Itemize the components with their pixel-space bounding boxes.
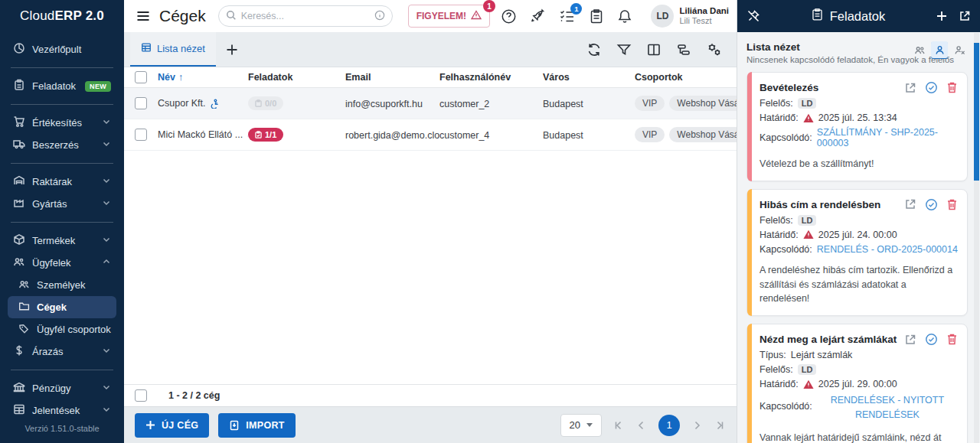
sidebar-item-tasks[interactable]: Feladatok NEW	[8, 75, 116, 97]
rocket-icon[interactable]	[530, 8, 546, 24]
open-task-icon[interactable]	[904, 334, 916, 346]
row-checkbox[interactable]	[135, 97, 147, 109]
overdue-warning-icon	[803, 113, 814, 123]
brand-bold: ERP 2.0	[55, 8, 104, 24]
prev-page-button[interactable]	[635, 419, 648, 432]
sidebar-item-dashboard[interactable]: Vezérlőpult	[8, 38, 116, 60]
settings-icon[interactable]	[706, 42, 723, 57]
column-header-groups[interactable]: Csoportok	[635, 72, 737, 83]
folder-icon	[18, 301, 30, 314]
sidebar-item-label: Beszerzés	[32, 139, 79, 151]
sidebar-item-pricing[interactable]: Árazás	[8, 340, 116, 363]
sidebar-item-reports[interactable]: Jelentések	[8, 399, 116, 416]
group-icon[interactable]	[676, 42, 691, 57]
open-external-icon[interactable]	[959, 10, 971, 22]
tab-list-view[interactable]: Lista nézet	[130, 32, 216, 67]
tasks-panel-header: Feladatok	[737, 0, 980, 32]
table-row[interactable]: Mici Mackó Ellátó ... 1/1 robert.gida@de…	[124, 119, 737, 151]
priority-stripe	[747, 189, 752, 316]
filter-unassigned-icon[interactable]	[951, 41, 968, 58]
first-page-button[interactable]	[612, 419, 625, 432]
related-link[interactable]: RENDELÉSEK - NYITOTT RENDELÉSEK	[817, 393, 958, 422]
view-tabbar: Lista nézet	[124, 32, 737, 67]
column-label: Név	[158, 72, 175, 83]
bell-icon[interactable]	[617, 8, 632, 24]
owner-chip[interactable]: LD	[798, 98, 817, 109]
table-icon	[13, 403, 25, 416]
overdue-warning-icon	[803, 379, 814, 389]
page-size-select[interactable]: 20	[560, 414, 602, 437]
chevron-down-icon	[102, 383, 111, 394]
info-icon[interactable]	[374, 10, 385, 23]
main-header: Cégek FIGYELEM! 1 1 LD Liliá	[124, 0, 737, 32]
app-logo: CloudERP 2.0	[0, 0, 124, 32]
last-page-button[interactable]	[714, 419, 726, 432]
page-size-value: 20	[570, 419, 580, 431]
sidebar-item-warehouses[interactable]: Raktárak	[8, 171, 116, 193]
task-card[interactable]: Bevételezés Felelős:LD Határidő:2025 júl…	[746, 72, 968, 181]
delete-task-icon[interactable]	[946, 333, 958, 346]
warning-button[interactable]: FIGYELEM! 1	[408, 5, 490, 28]
complete-task-icon[interactable]	[925, 333, 938, 346]
row-checkbox[interactable]	[135, 129, 147, 141]
sidebar-item-companies[interactable]: Cégek	[8, 296, 116, 318]
columns-icon[interactable]	[646, 42, 662, 57]
new-company-button[interactable]: ÚJ CÉG	[135, 413, 209, 438]
column-header-tasks[interactable]: Feladatok	[248, 72, 345, 83]
task-actions	[904, 81, 958, 94]
footer-checkbox[interactable]	[135, 389, 147, 402]
column-header-city[interactable]: Város	[543, 72, 635, 83]
delete-task-icon[interactable]	[946, 198, 958, 211]
clipboard-icon[interactable]	[589, 8, 604, 24]
table-row[interactable]: Csupor Kft. 0/0 info@csuporkft.hu custom…	[124, 88, 737, 119]
sidebar-item-customer-groups[interactable]: Ügyfél csoportok	[8, 318, 116, 340]
related-link[interactable]: RENDELÉS - ORD-2025-000014	[817, 244, 958, 255]
hamburger-menu-icon[interactable]	[135, 8, 152, 24]
import-button[interactable]: IMPORT	[218, 413, 295, 438]
user-menu[interactable]: LD Liliána Dani Lili Teszt	[651, 5, 729, 28]
sidebar-item-products[interactable]: Termékek	[8, 230, 116, 252]
panel-scrollbar-thumb[interactable]	[974, 43, 979, 181]
search-box[interactable]	[218, 5, 393, 27]
username-cell: customer_2	[439, 99, 489, 109]
sidebar-item-procurement[interactable]: Beszerzés	[8, 134, 116, 156]
filter-all-people-icon[interactable]	[911, 41, 928, 58]
select-all-checkbox[interactable]	[135, 71, 147, 83]
related-label: Kapcsolódó:	[760, 401, 812, 412]
refresh-icon[interactable]	[586, 42, 602, 57]
unpin-icon[interactable]	[746, 9, 760, 23]
checklist-icon[interactable]: 1	[559, 8, 576, 24]
complete-task-icon[interactable]	[925, 81, 938, 94]
owner-chip[interactable]: LD	[798, 364, 817, 375]
delete-task-icon[interactable]	[946, 81, 958, 94]
table-header-row: Név↑ Feladatok Email Felhasználónév Váro…	[124, 67, 737, 88]
column-header-username[interactable]: Felhasználónév	[439, 72, 543, 83]
column-header-name[interactable]: Név↑	[158, 72, 248, 83]
column-header-email[interactable]: Email	[345, 72, 439, 83]
open-task-icon[interactable]	[904, 198, 916, 210]
add-task-icon[interactable]	[936, 10, 948, 22]
sidebar-item-finance[interactable]: Pénzügy	[8, 377, 116, 399]
due-date: 2025 júl. 24. 00:00	[818, 230, 897, 240]
company-name[interactable]: Csupor Kft.	[158, 98, 206, 109]
sidebar-item-manufacturing[interactable]: Gyártás	[8, 193, 116, 215]
owner-chip[interactable]: LD	[798, 215, 817, 226]
add-view-button[interactable]	[216, 32, 248, 67]
company-name[interactable]: Mici Mackó Ellátó ...	[158, 129, 243, 140]
search-input[interactable]	[241, 11, 370, 21]
filter-icon[interactable]	[616, 42, 632, 57]
open-task-icon[interactable]	[904, 82, 916, 94]
sidebar-item-persons[interactable]: Személyek	[8, 274, 116, 296]
complete-task-icon[interactable]	[925, 198, 938, 211]
sidebar-item-label: Feladatok	[32, 80, 76, 92]
current-page-button[interactable]: 1	[658, 415, 680, 436]
sidebar-item-sales[interactable]: Értékesítés	[8, 112, 116, 134]
help-icon[interactable]	[501, 8, 517, 24]
related-link[interactable]: SZÁLLÍTMÁNY - SHP-2025-000003	[817, 127, 958, 148]
task-card[interactable]: Nézd meg a lejárt számlákat Típus:Lejárt…	[746, 324, 968, 443]
filter-my-tasks-icon[interactable]	[931, 41, 948, 58]
sidebar-item-customers[interactable]: Ügyfelek	[8, 252, 116, 274]
task-card[interactable]: Hibás cím a rendelésben Felelős:LD Határ…	[746, 189, 968, 316]
next-page-button[interactable]	[691, 419, 703, 432]
chevron-down-icon	[102, 346, 111, 357]
